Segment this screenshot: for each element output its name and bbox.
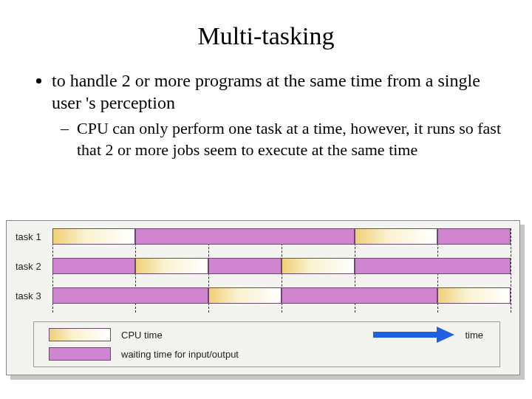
- legend-label-time: time: [465, 330, 483, 341]
- wait-segment: [52, 287, 208, 304]
- track-label-3: task 3: [16, 290, 41, 301]
- wait-segment: [208, 258, 282, 274]
- cpu-segment: [355, 228, 437, 245]
- cpu-segment: [52, 228, 135, 245]
- track-area: [52, 228, 511, 313]
- legend-swatch-cpu: [49, 328, 111, 341]
- sub-bullet-list: CPU can only perform one task at a time,…: [52, 118, 502, 160]
- task-track: [52, 258, 511, 274]
- track-label-2: task 2: [16, 261, 41, 272]
- legend-label-cpu: CPU time: [121, 330, 163, 341]
- bullet-main: to handle 2 or more programs at the same…: [52, 69, 502, 160]
- legend-label-wait: waiting time for input/output: [121, 349, 239, 360]
- legend-swatch-wait: [49, 347, 111, 361]
- cpu-segment: [208, 287, 282, 304]
- diagram-panel: task 1 task 2 task 3 CPU time waiting ti…: [6, 220, 520, 375]
- cpu-segment: [135, 258, 208, 274]
- bullet-sub: CPU can only perform one task at a time,…: [77, 118, 502, 160]
- task-track: [52, 228, 511, 245]
- guide-line: [511, 228, 511, 313]
- wait-segment: [52, 258, 135, 274]
- wait-segment: [282, 287, 437, 304]
- cpu-segment: [437, 287, 511, 304]
- cpu-segment: [282, 258, 355, 274]
- bullet-list: to handle 2 or more programs at the same…: [30, 69, 502, 160]
- wait-segment: [135, 228, 355, 245]
- bullet-main-text: to handle 2 or more programs at the same…: [52, 71, 480, 112]
- legend-row-wait: waiting time for input/output: [49, 347, 239, 361]
- legend-time-arrow: time: [373, 327, 483, 343]
- track-label-1: task 1: [16, 231, 41, 242]
- timing-diagram: task 1 task 2 task 3 CPU time waiting ti…: [6, 220, 526, 375]
- legend-row-cpu: CPU time: [49, 328, 163, 341]
- wait-segment: [437, 228, 511, 245]
- slide-title: Multi-tasking: [30, 22, 502, 50]
- task-track: [52, 287, 511, 304]
- arrow-icon: [373, 327, 454, 343]
- legend-panel: CPU time waiting time for input/output t…: [33, 321, 500, 367]
- bullet-sub-text: CPU can only perform one task at a time,…: [77, 119, 501, 159]
- wait-segment: [355, 258, 511, 274]
